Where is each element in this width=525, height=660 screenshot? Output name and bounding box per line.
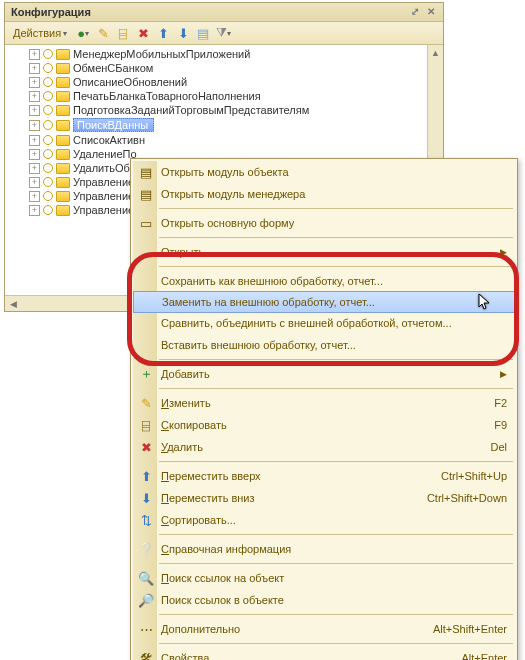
menu-item-label: Поиск ссылок на объект <box>161 572 507 584</box>
menu-separator <box>159 563 513 564</box>
tree-item[interactable]: +СписокАктивн <box>11 133 443 147</box>
expand-icon[interactable]: + <box>29 177 40 188</box>
menu-item-label: Скопировать <box>161 419 494 431</box>
menu-separator <box>159 208 513 209</box>
menu-item[interactable]: Сохранить как внешнюю обработку, отчет..… <box>133 270 515 292</box>
bullet-icon <box>43 149 53 159</box>
bullet-icon <box>43 191 53 201</box>
menu-item[interactable]: Вставить внешнюю обработку, отчет... <box>133 334 515 356</box>
expand-icon[interactable]: + <box>29 91 40 102</box>
actions-menu-button[interactable]: Действия ▾ <box>9 26 71 40</box>
menu-item[interactable]: 🔍Поиск ссылок на объект <box>133 567 515 589</box>
bullet-icon <box>43 105 53 115</box>
tree-item-label: ПодготовкаЗаданийТорговымПредставителям <box>73 104 309 116</box>
menu-separator <box>159 388 513 389</box>
menu-item[interactable]: ▤Открыть модуль менеджера <box>133 183 515 205</box>
menu-item[interactable]: ⌸СкопироватьF9 <box>133 414 515 436</box>
tree-item-label: ПечатьБланкаТоварногоНаполнения <box>73 90 261 102</box>
menu-item-label: Добавить <box>161 368 500 380</box>
menu-item-label: Переместить вверх <box>161 470 441 482</box>
menu-item-label: Сортировать... <box>161 514 507 526</box>
menu-item[interactable]: ✖УдалитьDel <box>133 436 515 458</box>
context-menu: ▤Открыть модуль объекта▤Открыть модуль м… <box>130 158 518 660</box>
menu-separator <box>159 643 513 644</box>
tree-item[interactable]: +ПечатьБланкаТоварногоНаполнения <box>11 89 443 103</box>
tree-item-label: Управление <box>73 190 134 202</box>
close-icon[interactable]: ✕ <box>425 6 437 18</box>
menu-item-label: Изменить <box>161 397 494 409</box>
menu-separator <box>159 534 513 535</box>
delete-icon[interactable]: ✖ <box>135 25 151 41</box>
help-icon: ❔ <box>137 540 155 558</box>
menu-shortcut: Ctrl+Shift+Down <box>427 492 507 504</box>
move-down-icon[interactable]: ⬇ <box>175 25 191 41</box>
processing-icon <box>56 191 70 202</box>
filter-icon[interactable]: ⧩▾ <box>215 25 231 41</box>
tree-item-label: Управление <box>73 204 134 216</box>
processing-icon <box>56 91 70 102</box>
tree-item[interactable]: +ПодготовкаЗаданийТорговымПредставителям <box>11 103 443 117</box>
expand-icon[interactable]: + <box>29 163 40 174</box>
expand-icon[interactable]: + <box>29 120 40 131</box>
page-icon[interactable]: ▤ <box>195 25 211 41</box>
bullet-icon <box>43 135 53 145</box>
submenu-arrow-icon: ▶ <box>500 369 507 379</box>
expand-icon[interactable]: + <box>29 63 40 74</box>
menu-item[interactable]: 🔎Поиск ссылок в объекте <box>133 589 515 611</box>
menu-item[interactable]: ⇅Сортировать... <box>133 509 515 531</box>
menu-item[interactable]: ⬆Переместить вверхCtrl+Shift+Up <box>133 465 515 487</box>
menu-item[interactable]: Заменить на внешнюю обработку, отчет... <box>133 291 515 313</box>
menu-item[interactable]: ❔Справочная информация <box>133 538 515 560</box>
tree-item[interactable]: +ПоискВДанны <box>11 117 443 133</box>
tree-item-label: УдалитьОбр <box>73 162 136 174</box>
pin-icon[interactable]: ⤢ <box>409 6 421 18</box>
menu-item[interactable]: ✎ИзменитьF2 <box>133 392 515 414</box>
menu-item[interactable]: ▤Открыть модуль объекта <box>133 161 515 183</box>
tree-item[interactable]: +МенеджерМобильныхПриложений <box>11 47 443 61</box>
tree-item[interactable]: +ОбменСБанком <box>11 61 443 75</box>
expand-icon[interactable]: + <box>29 205 40 216</box>
menu-item-label: Открыть <box>161 246 500 258</box>
move-up-icon[interactable]: ⬆ <box>155 25 171 41</box>
add-icon[interactable]: ●▾ <box>75 25 91 41</box>
search-in-icon: 🔎 <box>137 591 155 609</box>
toolbar: Действия ▾ ●▾ ✎ ⌸ ✖ ⬆ ⬇ ▤ ⧩▾ <box>5 22 443 45</box>
menu-separator <box>159 237 513 238</box>
processing-icon <box>56 49 70 60</box>
copy-db-icon[interactable]: ⌸ <box>115 25 131 41</box>
expand-icon[interactable]: + <box>29 105 40 116</box>
scroll-up-icon[interactable]: ▲ <box>428 45 443 61</box>
menu-item-label: Заменить на внешнюю обработку, отчет... <box>162 296 506 308</box>
expand-icon[interactable]: + <box>29 49 40 60</box>
bullet-icon <box>43 77 53 87</box>
form-icon: ▭ <box>137 214 155 232</box>
bullet-icon <box>43 63 53 73</box>
props-icon: 🛠 <box>137 649 155 660</box>
menu-item[interactable]: 🛠СвойстваAlt+Enter <box>133 647 515 660</box>
menu-item[interactable]: Сравнить, объединить с внешней обработко… <box>133 312 515 334</box>
processing-icon <box>56 149 70 160</box>
down-icon: ⬇ <box>137 489 155 507</box>
up-icon: ⬆ <box>137 467 155 485</box>
module-icon: ▤ <box>137 163 155 181</box>
menu-item-label: Сравнить, объединить с внешней обработко… <box>161 317 507 329</box>
menu-separator <box>159 359 513 360</box>
tree-item-label: МенеджерМобильныхПриложений <box>73 48 250 60</box>
menu-item[interactable]: Открыть▶ <box>133 241 515 263</box>
expand-icon[interactable]: + <box>29 191 40 202</box>
menu-item[interactable]: ▭Открыть основную форму <box>133 212 515 234</box>
scroll-left-icon[interactable]: ◀ <box>5 296 21 311</box>
expand-icon[interactable]: + <box>29 149 40 160</box>
expand-icon[interactable]: + <box>29 135 40 146</box>
sort-icon: ⇅ <box>137 511 155 529</box>
menu-item[interactable]: ⋯ДополнительноAlt+Shift+Enter <box>133 618 515 640</box>
menu-item-label: Переместить вниз <box>161 492 427 504</box>
chevron-down-icon: ▾ <box>227 29 231 38</box>
chevron-down-icon: ▾ <box>85 29 89 38</box>
tree-item[interactable]: +ОписаниеОбновлений <box>11 75 443 89</box>
edit-icon[interactable]: ✎ <box>95 25 111 41</box>
expand-icon[interactable]: + <box>29 77 40 88</box>
menu-item[interactable]: ⬇Переместить внизCtrl+Shift+Down <box>133 487 515 509</box>
processing-icon <box>56 77 70 88</box>
menu-item[interactable]: ＋Добавить▶ <box>133 363 515 385</box>
